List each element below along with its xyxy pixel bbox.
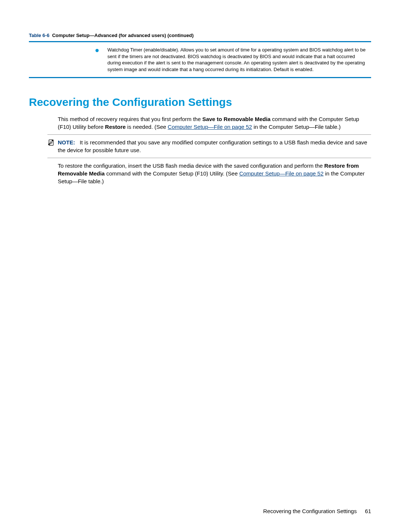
p2-mid1: command with the Computer Setup (F10) Ut…	[105, 170, 239, 177]
table-row: ● Watchdog Timer (enable/disable). Allow…	[29, 42, 371, 77]
p1-pre: This method of recovery requires that yo…	[58, 116, 202, 122]
note-divider-bottom	[47, 158, 371, 158]
body-section: This method of recovery requires that yo…	[29, 115, 371, 185]
note-label: NOTE:	[58, 139, 75, 145]
table-caption: Table 6-6 Computer Setup—Advanced (for a…	[29, 33, 371, 38]
p2-pre: To restore the configuration, insert the…	[58, 163, 324, 169]
table-caption-title-text: Computer Setup—Advanced (for advanced us…	[52, 33, 194, 38]
table-container: ● Watchdog Timer (enable/disable). Allow…	[29, 41, 371, 78]
footer: Recovering the Configuration Settings 61	[263, 508, 371, 514]
bullet-icon: ●	[95, 47, 99, 53]
paragraph-2: To restore the configuration, insert the…	[58, 162, 371, 185]
p2-link[interactable]: Computer Setup—File on page 52	[239, 170, 324, 177]
note-text-wrap: NOTE: It is recommended that you save an…	[58, 138, 371, 154]
bullet-text: Watchdog Timer (enable/disable). Allows …	[107, 47, 367, 73]
p1-bold2: Restore	[105, 124, 126, 130]
paragraph-1: This method of recovery requires that yo…	[58, 115, 371, 131]
note-text: It is recommended that you save any modi…	[58, 139, 367, 153]
table-row-content: ● Watchdog Timer (enable/disable). Allow…	[95, 47, 371, 73]
note-block: NOTE: It is recommended that you save an…	[47, 137, 371, 155]
note-icon	[47, 139, 55, 146]
p1-bold1: Save to Removable Media	[202, 116, 270, 122]
heading-h1: Recovering the Configuration Settings	[29, 96, 371, 108]
p1-post: in the Computer Setup—File table.)	[252, 124, 340, 130]
p1-link[interactable]: Computer Setup—File on page 52	[168, 124, 252, 130]
document-page: Table 6-6 Computer Setup—Advanced (for a…	[0, 0, 400, 532]
footer-page-number: 61	[365, 508, 371, 514]
table-row-left-spacer	[29, 47, 95, 73]
footer-title: Recovering the Configuration Settings	[263, 508, 357, 514]
p1-mid2: is needed. (See	[126, 124, 167, 130]
table-caption-label: Table 6-6	[29, 33, 49, 38]
note-divider-top	[47, 134, 371, 135]
